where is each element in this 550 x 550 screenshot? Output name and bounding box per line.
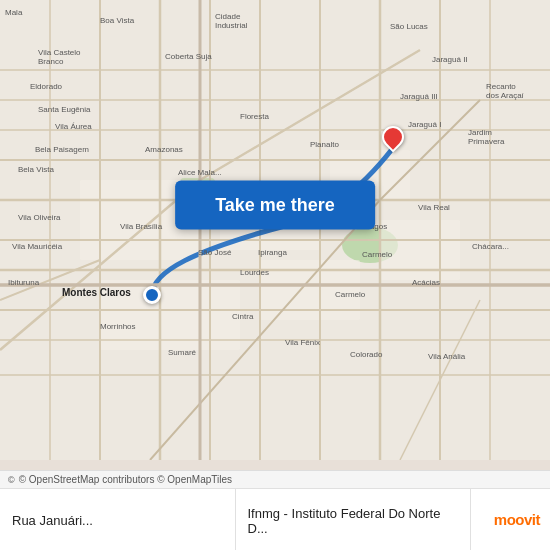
app-container: Mala Boa Vista CidadeIndustrial São Luca… <box>0 0 550 550</box>
map-area[interactable]: Mala Boa Vista CidadeIndustrial São Luca… <box>0 0 550 470</box>
copyright-icon: © <box>8 475 15 485</box>
attribution-text: © OpenStreetMap contributors © OpenMapTi… <box>19 474 232 485</box>
moovit-logo: moovit <box>470 489 550 550</box>
destination-value: Ifnmg - Instituto Federal Do Norte D... <box>248 506 459 536</box>
take-me-there-button[interactable]: Take me there <box>175 181 375 230</box>
bottom-bar: Rua Januári... Ifnmg - Instituto Federal… <box>0 488 550 550</box>
origin-value: Rua Januári... <box>12 513 223 528</box>
moovit-text: moovit <box>494 511 540 528</box>
origin-marker <box>143 286 161 304</box>
origin-segment[interactable]: Rua Januári... <box>0 489 235 550</box>
destination-marker <box>382 126 404 148</box>
destination-segment[interactable]: Ifnmg - Instituto Federal Do Norte D... <box>235 489 471 550</box>
attribution-bar: © © OpenStreetMap contributors © OpenMap… <box>0 470 550 488</box>
